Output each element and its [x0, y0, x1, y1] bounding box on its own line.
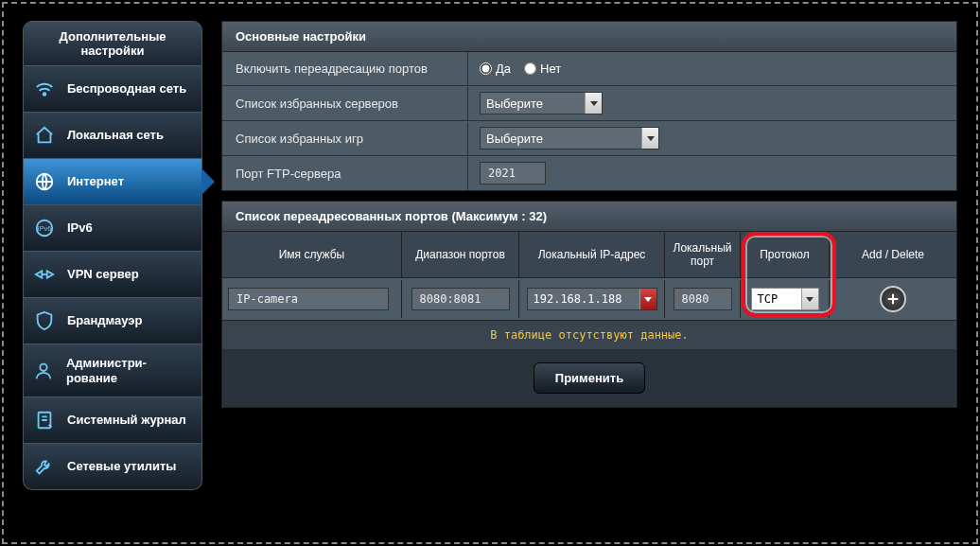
form-label: Порт FTP-сервера — [222, 157, 468, 190]
form-label: Список избранных серверов — [222, 87, 468, 120]
th-action: Add / Delete — [830, 232, 956, 277]
form-label: Включить переадресацию портов — [222, 52, 468, 85]
port-range-input[interactable] — [411, 288, 510, 310]
fav-servers-select[interactable]: Выберите — [480, 92, 603, 114]
sidebar-item-label: IPv6 — [67, 220, 93, 236]
th-name: Имя службы — [222, 232, 402, 277]
row-enable-forwarding: Включить переадресацию портов Да Нет — [222, 52, 956, 86]
main-content: Основные настройки Включить переадресаци… — [221, 21, 957, 525]
ipv6-icon: IPv6 — [33, 217, 56, 239]
chevron-down-icon — [801, 289, 818, 309]
sidebar-item-admin[interactable]: Администри-рование — [23, 344, 202, 397]
chevron-down-icon — [585, 93, 602, 114]
sidebar-item-lan[interactable]: Локальная сеть — [23, 113, 202, 159]
ftp-port-input[interactable] — [480, 162, 546, 185]
sidebar-item-label: Локальная сеть — [67, 128, 164, 143]
sidebar-item-label: Администри-рование — [66, 356, 192, 385]
vpn-icon — [33, 263, 56, 286]
svg-text:IPv6: IPv6 — [38, 224, 52, 233]
th-ip: Локальный IP-адрес — [519, 232, 665, 277]
sidebar-item-label: Сетевые утилиты — [67, 459, 176, 474]
sidebar-item-ipv6[interactable]: IPv6 IPv6 — [23, 205, 202, 252]
wifi-icon — [33, 78, 56, 100]
sidebar-item-label: Беспроводная сеть — [67, 81, 186, 97]
sidebar-item-label: Системный журнал — [67, 413, 186, 428]
row-fav-servers: Список избранных серверов Выберите — [222, 86, 956, 121]
sidebar-item-wireless[interactable]: Беспроводная сеть — [23, 66, 202, 113]
th-range: Диапазон портов — [402, 232, 519, 277]
log-icon — [33, 409, 56, 432]
chevron-down-icon — [639, 289, 656, 309]
port-list-panel: Список переадресованных портов (Максимум… — [221, 201, 957, 408]
sidebar: Дополнительные настройки Беспроводная се… — [23, 21, 202, 525]
row-fav-games: Список избранных игр Выберите — [222, 121, 956, 156]
apply-button[interactable]: Применить — [534, 362, 645, 394]
protocol-select[interactable]: TCP — [751, 288, 819, 310]
sidebar-item-vpn[interactable]: VPN сервер — [23, 252, 202, 298]
row-ftp-port: Порт FTP-сервера — [222, 156, 956, 190]
sidebar-item-label: VPN сервер — [67, 267, 139, 282]
wrench-icon — [33, 455, 56, 478]
apply-row: Применить — [222, 349, 956, 407]
svg-point-0 — [44, 93, 46, 96]
sidebar-item-label: Брандмауэр — [67, 313, 142, 328]
table-row: 192.168.1.188 TCP — [222, 278, 956, 321]
table-header: Имя службы Диапазон портов Локальный IP-… — [222, 232, 956, 278]
form-label: Список избранных игр — [222, 122, 468, 155]
globe-icon — [33, 170, 56, 193]
sidebar-item-firewall[interactable]: Брандмауэр — [23, 298, 202, 344]
enable-radio-group: Да Нет — [480, 62, 561, 76]
sidebar-item-label: Интернет — [67, 174, 124, 189]
sidebar-item-internet[interactable]: Интернет — [23, 159, 202, 205]
add-button[interactable] — [880, 286, 906, 312]
th-port: Локальный порт — [665, 232, 741, 277]
fav-games-select[interactable]: Выберите — [480, 127, 659, 150]
local-ip-select[interactable]: 192.168.1.188 — [527, 288, 657, 310]
local-port-input[interactable] — [674, 288, 732, 310]
panel-title: Основные настройки — [222, 22, 956, 52]
th-proto: Протокол — [741, 232, 830, 277]
svg-point-4 — [41, 363, 47, 370]
sidebar-title: Дополнительные настройки — [23, 21, 202, 66]
user-icon — [33, 360, 55, 382]
service-name-input[interactable] — [228, 288, 389, 310]
sidebar-item-syslog[interactable]: Системный журнал — [23, 397, 202, 444]
radio-yes[interactable]: Да — [480, 62, 511, 76]
sidebar-item-nettools[interactable]: Сетевые утилиты — [23, 444, 202, 490]
shield-icon — [33, 309, 56, 332]
empty-table-message: В таблице отсутствуют данные. — [222, 321, 956, 349]
panel-title: Список переадресованных портов (Максимум… — [222, 202, 956, 232]
radio-no[interactable]: Нет — [524, 62, 561, 76]
home-icon — [33, 124, 56, 147]
chevron-down-icon — [641, 128, 658, 149]
basic-settings-panel: Основные настройки Включить переадресаци… — [221, 21, 957, 191]
